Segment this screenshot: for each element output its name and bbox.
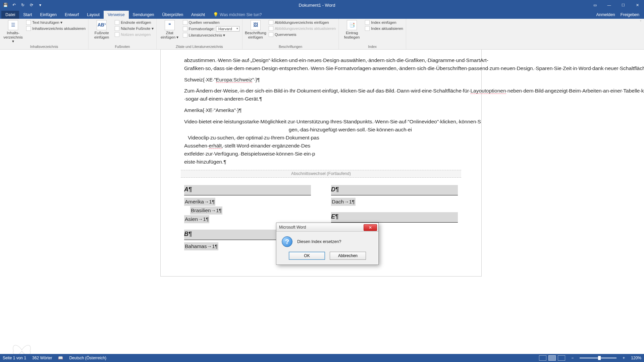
manage-sources-button[interactable]: Quellen verwalten bbox=[183, 20, 239, 25]
mark-entry-label: Eintrag festlegen bbox=[344, 31, 360, 39]
dialog-close-button[interactable]: ✕ bbox=[364, 224, 377, 231]
minimize-button[interactable]: — bbox=[602, 0, 616, 10]
group-inhaltsverzeichnis: ☰ Inhalts- verzeichnis ▾ Text hinzufügen… bbox=[0, 19, 89, 49]
qat-customize-icon[interactable]: ▾ bbox=[38, 2, 43, 8]
index-heading-e: E¶ bbox=[331, 212, 458, 223]
insert-citation-button[interactable]: ❝ Zitat einfügen ▾ bbox=[159, 20, 180, 39]
endnote-icon bbox=[115, 20, 119, 25]
update-toc-button[interactable]: Inhaltsverzeichnis aktualisieren bbox=[26, 26, 86, 31]
toc-button[interactable]: ☰ Inhalts- verzeichnis ▾ bbox=[3, 20, 23, 44]
zoom-out-button[interactable]: − bbox=[571, 356, 574, 360]
xe-schweiz-line[interactable]: Schweiz{·XE·"Europa:Schweiz"·}¶ bbox=[184, 76, 458, 83]
undo-icon[interactable]: ↶ bbox=[11, 2, 17, 8]
add-text-icon bbox=[26, 20, 31, 25]
window-controls: ▭ — ☐ ✕ bbox=[588, 0, 644, 10]
print-layout-button[interactable] bbox=[548, 355, 556, 361]
zoom-slider[interactable] bbox=[580, 357, 616, 359]
group-zitate: ❝ Zitat einfügen ▾ Quellen verwalten For… bbox=[157, 19, 243, 49]
insert-caption-button[interactable]: 🖼 Beschriftung einfügen bbox=[245, 20, 266, 39]
mark-entry-button[interactable]: 📑 Eintrag festlegen bbox=[341, 20, 362, 39]
tab-sendungen[interactable]: Sendungen bbox=[129, 11, 158, 19]
next-footnote-icon bbox=[115, 26, 119, 31]
group-label-toc: Inhaltsverzeichnis bbox=[3, 44, 86, 49]
index-subentry: Brasilien→1¶ bbox=[190, 206, 222, 215]
update-figures-icon bbox=[269, 26, 273, 31]
tab-file[interactable]: Datei bbox=[1, 11, 19, 19]
close-button[interactable]: ✕ bbox=[631, 0, 644, 10]
add-text-button[interactable]: Text hinzufügen ▾ bbox=[26, 20, 86, 25]
proofing-icon[interactable]: 📖 bbox=[58, 356, 63, 360]
tab-layout[interactable]: Layout bbox=[83, 11, 104, 19]
tab-ansicht[interactable]: Ansicht bbox=[187, 11, 209, 19]
insert-footnote-button[interactable]: AB¹ Fußnote einfügen bbox=[91, 20, 112, 39]
language-indicator[interactable]: Deutsch (Österreich) bbox=[69, 356, 106, 360]
tab-entwurf[interactable]: Entwurf bbox=[61, 11, 83, 19]
ok-button[interactable]: OK bbox=[289, 252, 325, 260]
body-paragraph[interactable]: abzustimmen.·Wenn·Sie·auf·„Design“·klick… bbox=[184, 56, 458, 72]
show-notes-button: Notizen anzeigen bbox=[115, 32, 153, 37]
group-fussnoten: AB¹ Fußnote einfügen Endnote einfügen Nä… bbox=[89, 19, 156, 49]
tab-ueberpruefen[interactable]: Überprüfen bbox=[158, 11, 187, 19]
index-entry: Asien→1¶ bbox=[184, 215, 209, 223]
figures-icon bbox=[269, 20, 273, 25]
redo-icon[interactable]: ↻ bbox=[20, 2, 25, 8]
tab-start[interactable]: Start bbox=[19, 11, 36, 19]
document-area[interactable]: abzustimmen.·Wenn·Sie·auf·„Design“·klick… bbox=[0, 50, 644, 362]
mark-entry-icon: 📑 bbox=[347, 20, 357, 30]
insert-index-icon bbox=[365, 20, 370, 25]
zoom-in-button[interactable]: + bbox=[623, 356, 625, 360]
bibliography-button[interactable]: Literaturverzeichnis ▾ bbox=[183, 33, 239, 38]
sign-in-link[interactable]: Anmelden bbox=[596, 12, 615, 17]
word-count[interactable]: 362 Wörter bbox=[32, 356, 52, 360]
ribbon: ☰ Inhalts- verzeichnis ▾ Text hinzufügen… bbox=[0, 19, 644, 50]
replace-index-dialog: Microsoft Word ✕ ? Diesen Index ersetzen… bbox=[276, 223, 379, 265]
insert-caption-label: Beschriftung einfügen bbox=[245, 31, 266, 39]
footnote-icon: AB¹ bbox=[97, 20, 107, 30]
index-heading-a: A¶ bbox=[184, 185, 311, 195]
ribbon-tabs: Datei Start Einfügen Entwurf Layout Verw… bbox=[0, 10, 644, 19]
group-label-footnotes: Fußnoten bbox=[91, 44, 153, 49]
style-icon bbox=[183, 26, 187, 31]
save-icon[interactable]: 💾 bbox=[3, 2, 8, 8]
xe-amerika-line[interactable]: Amerika{·XE·"Amerika"·}¶ bbox=[184, 106, 458, 114]
insert-index-button[interactable]: Index einfügen bbox=[365, 20, 403, 25]
dialog-title: Microsoft Word bbox=[279, 225, 306, 230]
zoom-thumb[interactable] bbox=[598, 356, 601, 360]
read-mode-button[interactable] bbox=[539, 355, 546, 361]
update-index-button[interactable]: Index aktualisieren bbox=[365, 26, 403, 31]
dialog-message: Diesen Index ersetzen? bbox=[297, 239, 341, 244]
body-paragraph[interactable]: Video·bietet·eine·leistungsstarke·Möglic… bbox=[184, 118, 458, 166]
cancel-button[interactable]: Abbrechen bbox=[330, 252, 366, 260]
tell-me-placeholder: Was möchten Sie tun? bbox=[220, 12, 262, 17]
group-beschriftungen: 🖼 Beschriftung einfügen Abbildungsverzei… bbox=[243, 19, 339, 49]
group-label-captions: Beschriftungen bbox=[245, 44, 336, 49]
ribbon-display-options-icon[interactable]: ▭ bbox=[588, 0, 602, 10]
question-icon: ? bbox=[282, 236, 292, 247]
share-button[interactable]: Freigeben bbox=[621, 12, 639, 17]
zoom-level[interactable]: 120% bbox=[631, 356, 641, 360]
update-figures-button: Abbildungsverzeichnis aktualisieren bbox=[269, 26, 336, 31]
cross-reference-button[interactable]: Querverweis bbox=[269, 32, 336, 37]
maximize-button[interactable]: ☐ bbox=[616, 0, 630, 10]
dialog-title-bar[interactable]: Microsoft Word ✕ bbox=[276, 223, 378, 232]
bibliography-icon bbox=[183, 33, 187, 38]
repeat-icon[interactable]: ⟳ bbox=[29, 2, 34, 8]
insert-endnote-button[interactable]: Endnote einfügen bbox=[115, 20, 153, 25]
index-heading-d: D¶ bbox=[331, 185, 458, 195]
insert-figures-button[interactable]: Abbildungsverzeichnis einfügen bbox=[269, 20, 336, 25]
body-paragraph[interactable]: Zum·Ändern·der·Weise,·in·der·sich·ein·Bi… bbox=[184, 87, 458, 103]
insert-citation-label: Zitat einfügen ▾ bbox=[161, 31, 178, 39]
lightbulb-icon: 💡 bbox=[213, 12, 218, 17]
citation-style-combo[interactable]: Harvard bbox=[216, 26, 239, 32]
group-label-index: Index bbox=[341, 44, 403, 49]
tab-einfuegen[interactable]: Einfügen bbox=[36, 11, 61, 19]
group-index: 📑 Eintrag festlegen Index einfügen Index… bbox=[339, 19, 406, 49]
status-bar: Seite 1 von 1 362 Wörter 📖 Deutsch (Öste… bbox=[0, 354, 644, 362]
crossref-icon bbox=[269, 32, 273, 37]
collapse-ribbon-icon[interactable]: ˇ bbox=[637, 19, 644, 49]
tab-verweise[interactable]: Verweise bbox=[104, 11, 129, 19]
tell-me-search[interactable]: 💡 Was möchten Sie tun? bbox=[213, 12, 262, 19]
next-footnote-button[interactable]: Nächste Fußnote ▾ bbox=[115, 26, 153, 31]
web-layout-button[interactable] bbox=[558, 355, 565, 361]
page-indicator[interactable]: Seite 1 von 1 bbox=[3, 356, 26, 360]
